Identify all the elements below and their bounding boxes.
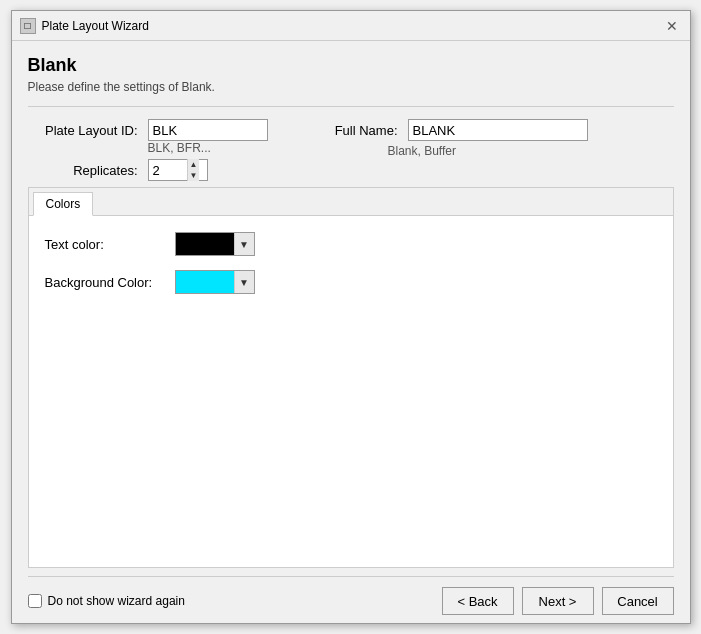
do-not-show-label: Do not show wizard again <box>48 594 185 608</box>
full-name-row: Full Name: <box>318 119 588 141</box>
tab-container: Colors Text color: ▼ Background Color: ▼ <box>28 187 674 568</box>
do-not-show-checkbox[interactable] <box>28 594 42 608</box>
dialog-heading: Blank <box>28 55 674 76</box>
divider <box>28 106 674 107</box>
background-color-dropdown-button[interactable]: ▼ <box>234 271 254 293</box>
next-button[interactable]: Next > <box>522 587 594 615</box>
full-name-hint: Blank, Buffer <box>388 144 456 158</box>
plate-layout-id-row: Plate Layout ID: <box>28 119 268 141</box>
replicates-spinner: ▲ ▼ <box>148 159 208 181</box>
dialog-body: Blank Please define the settings of Blan… <box>12 41 690 623</box>
titlebar: □ Plate Layout Wizard ✕ <box>12 11 690 41</box>
full-name-label: Full Name: <box>318 123 398 138</box>
back-button[interactable]: < Back <box>442 587 514 615</box>
tab-header: Colors <box>29 188 673 216</box>
checkbox-row: Do not show wizard again <box>28 594 185 608</box>
text-color-label: Text color: <box>45 237 165 252</box>
titlebar-left: □ Plate Layout Wizard <box>20 18 149 34</box>
background-color-label: Background Color: <box>45 275 165 290</box>
plate-layout-id-label: Plate Layout ID: <box>28 123 138 138</box>
full-name-input[interactable] <box>408 119 588 141</box>
replicates-label: Replicates: <box>28 163 138 178</box>
background-color-picker: ▼ <box>175 270 255 294</box>
text-color-picker: ▼ <box>175 232 255 256</box>
spinner-buttons: ▲ ▼ <box>187 159 200 181</box>
cancel-button[interactable]: Cancel <box>602 587 674 615</box>
text-color-swatch[interactable] <box>176 233 234 255</box>
close-button[interactable]: ✕ <box>662 16 682 36</box>
text-color-row: Text color: ▼ <box>45 232 657 256</box>
spinner-up-button[interactable]: ▲ <box>188 159 200 170</box>
button-group: < Back Next > Cancel <box>442 587 674 615</box>
left-column: Plate Layout ID: BLK, BFR... Replicates:… <box>28 119 268 181</box>
plate-layout-wizard-dialog: □ Plate Layout Wizard ✕ Blank Please def… <box>11 10 691 624</box>
titlebar-title: Plate Layout Wizard <box>42 19 149 33</box>
background-color-swatch[interactable] <box>176 271 234 293</box>
plate-layout-id-input[interactable] <box>148 119 268 141</box>
top-form-row: Plate Layout ID: BLK, BFR... Replicates:… <box>28 119 674 181</box>
dialog-icon: □ <box>20 18 36 34</box>
text-color-dropdown-button[interactable]: ▼ <box>234 233 254 255</box>
plate-layout-id-hint: BLK, BFR... <box>148 141 268 155</box>
replicates-row: Replicates: ▲ ▼ <box>28 159 268 181</box>
tab-content-colors: Text color: ▼ Background Color: ▼ <box>29 216 673 567</box>
right-column: Full Name: Blank, Buffer <box>298 119 588 158</box>
dialog-subheading: Please define the settings of Blank. <box>28 80 674 94</box>
tab-colors[interactable]: Colors <box>33 192 94 216</box>
spinner-down-button[interactable]: ▼ <box>188 170 200 181</box>
bottom-area: Do not show wizard again < Back Next > C… <box>28 576 674 615</box>
replicates-input[interactable] <box>149 160 187 180</box>
background-color-row: Background Color: ▼ <box>45 270 657 294</box>
